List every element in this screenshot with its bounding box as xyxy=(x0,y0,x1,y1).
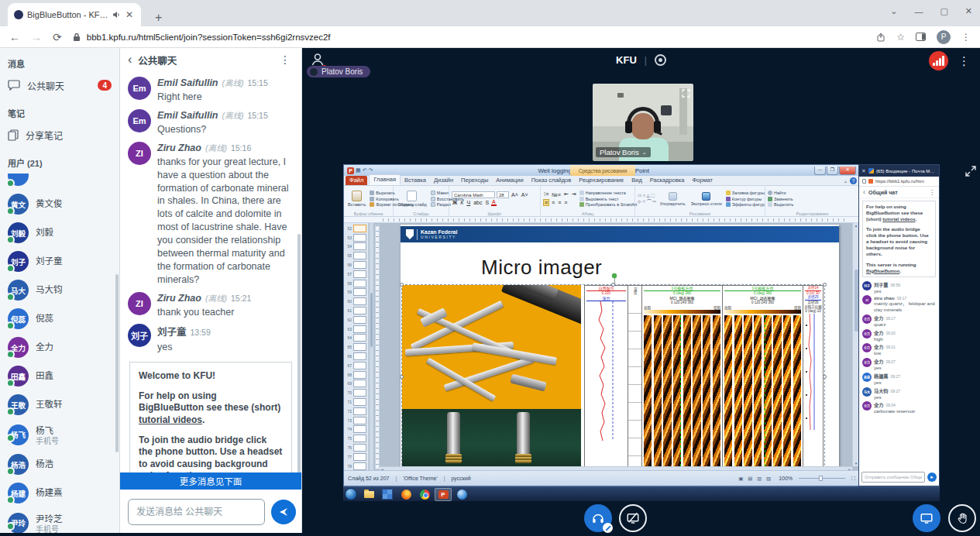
thumbnails-scrollbar[interactable] xyxy=(370,223,373,472)
font-name-box[interactable]: Cambria Math xyxy=(452,191,495,198)
italic-icon[interactable]: К xyxy=(459,200,464,205)
shape-outline-button[interactable]: Контур фигуры xyxy=(726,197,765,201)
align-center-icon[interactable]: ≡ xyxy=(551,200,555,205)
send-message-button[interactable] xyxy=(271,500,296,524)
slide-thumbnails-panel[interactable]: 52 53 54 55 56 57 58 59 60 61 62 63 64 6… xyxy=(344,223,369,472)
talker-pill[interactable]: Platov Boris xyxy=(307,66,370,77)
ppt-app-icon[interactable]: P xyxy=(347,167,354,174)
slide-thumb[interactable]: 55 xyxy=(344,251,368,260)
sidebar-item-public-chat[interactable]: 公共聊天 4 xyxy=(0,73,119,98)
list-item[interactable]: 黄文黄文俊 xyxy=(0,190,119,218)
new-slide-button[interactable]: Создать слайд xyxy=(396,187,428,210)
raise-hand-button[interactable] xyxy=(948,504,976,532)
tab-insert[interactable]: Вставка xyxy=(401,176,430,185)
taskbar-powerpoint-icon[interactable]: P xyxy=(435,488,452,501)
zoom-slider[interactable] xyxy=(799,478,845,479)
taskbar-firefox-icon[interactable] xyxy=(397,488,414,501)
list-item[interactable]: 王敬王敬轩 xyxy=(0,390,119,419)
bullets-icon[interactable]: ⁝≡ xyxy=(543,191,549,198)
prev-tab-close-icon[interactable]: ✕ xyxy=(861,168,866,174)
browser-menu-icon[interactable]: ⋮ xyxy=(961,32,971,43)
side-panel-icon[interactable] xyxy=(916,33,926,41)
presentation-fullscreen-icon[interactable] xyxy=(965,166,976,180)
mail-tabbar[interactable]: ✕ (65) Входящие - Почта Mail.ru xyxy=(859,165,939,177)
ppt-close-icon[interactable]: ✕ xyxy=(839,167,856,175)
start-button-icon[interactable] xyxy=(345,488,357,500)
slide-canvas[interactable]: Kazan FederalUNIVERSITY Micro imager xyxy=(401,225,839,469)
list-item[interactable]: 尹玲尹玲芝手机号 xyxy=(0,507,119,533)
slide-title[interactable]: Micro imager xyxy=(481,256,602,280)
find-button[interactable]: Найти xyxy=(768,191,793,195)
chat-menu-icon[interactable]: ⋮ xyxy=(277,53,294,66)
slide-thumb[interactable]: 62 xyxy=(344,315,368,325)
webcam-nametag[interactable]: Platov Boris⌄ xyxy=(596,147,651,157)
indent-icon[interactable]: ⇤ xyxy=(563,191,569,198)
slide-thumb[interactable]: 78 xyxy=(344,462,368,471)
font-color-icon[interactable]: А xyxy=(491,199,497,206)
tab-home[interactable]: Главная xyxy=(369,174,401,185)
tab-storyboarding[interactable]: Раскадровка xyxy=(646,176,689,185)
tab-design[interactable]: Дизайн xyxy=(430,176,457,185)
save-icon[interactable]: ▦ xyxy=(356,167,361,174)
fit-to-window-icon[interactable]: ⛶ xyxy=(851,476,855,482)
numbering-icon[interactable]: №≡ xyxy=(551,192,562,198)
quick-styles-button[interactable]: Экспресс-стили xyxy=(689,187,724,210)
shrink-font-icon[interactable]: A˅ xyxy=(521,192,529,198)
slide-thumb[interactable]: 75 xyxy=(344,434,368,443)
webcam-fullscreen-icon[interactable] xyxy=(682,87,690,101)
taskbar-explorer-icon[interactable] xyxy=(360,488,377,501)
tab-file[interactable]: Файл xyxy=(346,176,367,185)
slide-thumb[interactable]: 59 xyxy=(344,288,368,297)
redo-icon[interactable]: ↷ xyxy=(369,167,373,174)
taskbar-media-icon[interactable] xyxy=(379,488,396,501)
url-field[interactable]: bbb1.kpfu.ru/html5client/join?sessionTok… xyxy=(73,33,866,42)
smartart-button[interactable]: Преобразовать в SmartArt xyxy=(579,202,638,207)
slide-thumb[interactable]: 70 xyxy=(344,388,368,397)
profile-avatar[interactable]: P xyxy=(937,30,951,44)
slide-thumb[interactable]: 56 xyxy=(344,260,368,270)
slide-thumb[interactable]: 69 xyxy=(344,380,368,389)
list-item[interactable]: 刘毅刘毅 xyxy=(0,218,119,247)
underline-icon[interactable]: Ч xyxy=(466,200,471,205)
chat-back-icon[interactable]: ‹ xyxy=(128,53,132,67)
list-item[interactable]: 杨浩杨浩 xyxy=(0,450,119,479)
slide-thumb[interactable]: 73 xyxy=(344,416,368,425)
help-icon[interactable]: ? xyxy=(850,177,857,184)
language-indicator[interactable]: русский xyxy=(452,476,471,481)
ppt-minimize-icon[interactable]: — xyxy=(814,167,826,175)
maximize-icon[interactable]: ▢ xyxy=(940,6,947,16)
reload-icon[interactable]: ⟳ xyxy=(53,31,62,43)
record-indicator-icon[interactable] xyxy=(655,54,666,66)
slide-thumb[interactable]: 67 xyxy=(344,361,368,370)
tab-format[interactable]: Формат xyxy=(688,176,717,185)
ppt-restore-icon[interactable]: ❐ xyxy=(827,167,838,175)
slide-thumb[interactable]: 63 xyxy=(344,325,368,334)
slide-thumb[interactable]: 74 xyxy=(344,425,368,435)
mail-address-bar[interactable]: https://bbb1.kpfu.ru/htm xyxy=(859,177,939,187)
slide-thumb[interactable]: 71 xyxy=(344,397,368,407)
tab-search-icon[interactable]: ⌄ xyxy=(890,6,897,16)
arrange-button[interactable]: Упорядочить xyxy=(658,187,687,210)
strike-icon[interactable]: abc xyxy=(473,200,483,205)
close-icon[interactable]: ✕ xyxy=(965,6,972,16)
list-item[interactable]: 杨建杨建熹 xyxy=(0,479,119,507)
slide-thumb[interactable]: 68 xyxy=(344,370,368,380)
restore-presentation-button[interactable] xyxy=(913,504,940,532)
share-icon[interactable] xyxy=(876,33,885,42)
slide-thumb[interactable]: 66 xyxy=(344,352,368,361)
grow-font-icon[interactable]: A˄ xyxy=(511,192,519,198)
tutorial-videos-link[interactable]: tutorial videos xyxy=(882,216,915,222)
list-item[interactable]: 刘子刘子童 xyxy=(0,247,119,276)
options-menu-icon[interactable]: ⋮ xyxy=(956,54,972,68)
tab-animations[interactable]: Анимации xyxy=(492,176,527,185)
shape-fill-button[interactable]: Заливка фигуры xyxy=(726,191,765,195)
shape-icons[interactable]: ◇ ☆ ⌒ ⇨ xyxy=(638,198,656,204)
slide-thumb[interactable]: 57 xyxy=(344,270,368,279)
taskbar-chrome-icon[interactable] xyxy=(416,488,433,501)
ribbon-collapse-icon[interactable]: ▵ xyxy=(844,178,847,184)
undo-icon[interactable]: ↶ xyxy=(363,167,367,174)
bold-icon[interactable]: Ж xyxy=(452,200,458,205)
slide-thumb[interactable]: 53 xyxy=(344,233,368,242)
view-switcher-icons[interactable]: ▣ ▤ ▥ ▨ xyxy=(738,476,772,482)
zoom-level[interactable]: 100% xyxy=(779,476,793,481)
